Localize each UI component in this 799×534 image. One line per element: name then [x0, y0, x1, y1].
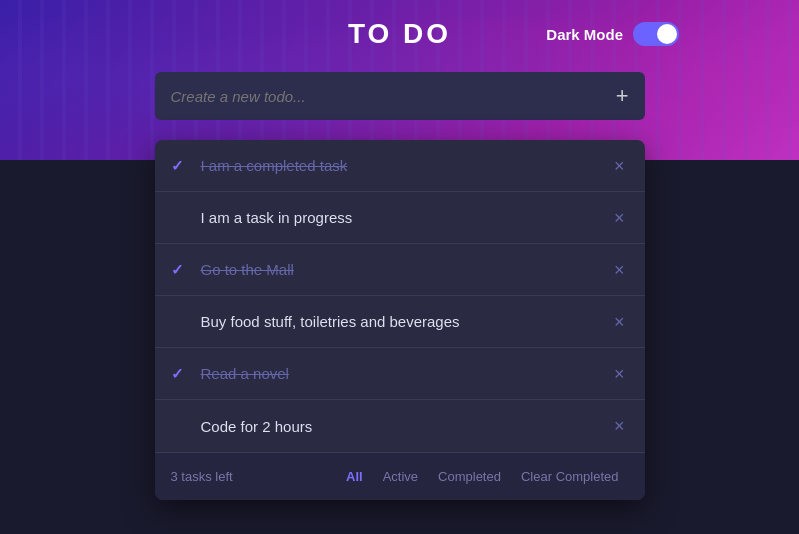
page-title: TO DO	[348, 18, 451, 50]
clear-completed-button[interactable]: Clear Completed	[511, 465, 629, 488]
page-header: TO DO Dark Mode	[0, 18, 799, 50]
dark-mode-toggle[interactable]	[633, 22, 679, 46]
task-text: Buy food stuff, toiletries and beverages	[201, 313, 610, 330]
task-remove-button[interactable]: ×	[610, 313, 629, 331]
task-item: ✓Go to the Mall×	[155, 244, 645, 296]
filter-completed-button[interactable]: Completed	[428, 465, 511, 488]
new-todo-area: +	[155, 72, 645, 120]
task-remove-button[interactable]: ×	[610, 365, 629, 383]
task-footer: 3 tasks left All Active Completed Clear …	[155, 452, 645, 500]
task-item: Code for 2 hours×	[155, 400, 645, 452]
task-remove-button[interactable]: ×	[610, 261, 629, 279]
tasks-left-count: 3 tasks left	[171, 469, 337, 484]
task-check-icon[interactable]: ✓	[171, 157, 193, 175]
dark-mode-label: Dark Mode	[546, 26, 623, 43]
dark-mode-control: Dark Mode	[546, 22, 679, 46]
task-item: ✓Read a novel×	[155, 348, 645, 400]
task-text: Read a novel	[201, 365, 610, 382]
task-check-icon[interactable]: ✓	[171, 261, 193, 279]
filter-active-button[interactable]: Active	[373, 465, 428, 488]
task-remove-button[interactable]: ×	[610, 157, 629, 175]
task-item: I am a task in progress×	[155, 192, 645, 244]
new-todo-input[interactable]	[171, 88, 616, 105]
task-remove-button[interactable]: ×	[610, 417, 629, 435]
task-text: I am a completed task	[201, 157, 610, 174]
task-item: Buy food stuff, toiletries and beverages…	[155, 296, 645, 348]
toggle-knob	[657, 24, 677, 44]
task-check-icon[interactable]: ✓	[171, 365, 193, 383]
task-item: ✓I am a completed task×	[155, 140, 645, 192]
task-remove-button[interactable]: ×	[610, 209, 629, 227]
add-todo-button[interactable]: +	[616, 85, 629, 107]
filter-all-button[interactable]: All	[336, 465, 373, 488]
task-text: Go to the Mall	[201, 261, 610, 278]
task-text: I am a task in progress	[201, 209, 610, 226]
task-text: Code for 2 hours	[201, 418, 610, 435]
task-list: ✓I am a completed task×I am a task in pr…	[155, 140, 645, 500]
